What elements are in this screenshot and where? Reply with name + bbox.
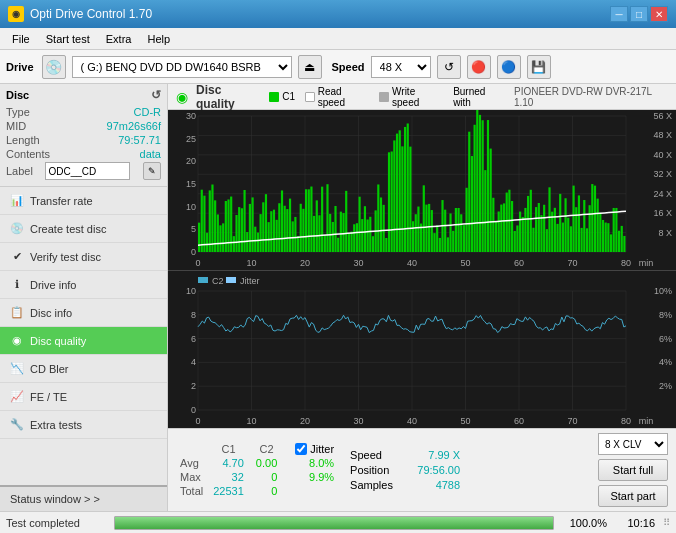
legend-write-dot bbox=[379, 92, 389, 102]
start-part-button[interactable]: Start part bbox=[598, 485, 668, 507]
position-value: 79:56.00 bbox=[417, 464, 460, 476]
drive-info-icon: ℹ bbox=[10, 278, 24, 292]
cd-bler-icon: 📉 bbox=[10, 362, 24, 376]
settings-button[interactable]: 🔴 bbox=[467, 55, 491, 79]
stats-max-jitter: 9.9% bbox=[291, 470, 338, 484]
menu-extra[interactable]: Extra bbox=[98, 31, 140, 47]
stats-row: C1 C2 Jitter Avg 4.70 0.00 8.0% Max bbox=[168, 428, 676, 511]
create-test-disc-icon: 💿 bbox=[10, 222, 24, 236]
legend-c1-dot bbox=[269, 92, 279, 102]
charts-area bbox=[168, 110, 676, 428]
sidebar-item-disc-quality[interactable]: ◉ Disc quality bbox=[0, 327, 167, 355]
fe-te-icon: 📈 bbox=[10, 390, 24, 404]
minimize-button[interactable]: ─ bbox=[610, 6, 628, 22]
disc-mid-value: 97m26s66f bbox=[107, 120, 161, 132]
action-area: 8 X CLV Start full Start part bbox=[598, 433, 668, 507]
sidebar-item-extra-tests[interactable]: 🔧 Extra tests bbox=[0, 411, 167, 439]
disc-length-value: 79:57.71 bbox=[118, 134, 161, 146]
speed-position-area: Speed 7.99 X Position 79:56.00 Samples 4… bbox=[350, 449, 460, 491]
progress-percent: 100.0% bbox=[562, 517, 607, 529]
disc-length-label: Length bbox=[6, 134, 40, 146]
sidebar-item-transfer-rate[interactable]: 📊 Transfer rate bbox=[0, 187, 167, 215]
status-window-button[interactable]: Status window > > bbox=[0, 485, 167, 511]
sidebar-item-verify-test-disc[interactable]: ✔ Verify test disc bbox=[0, 243, 167, 271]
drive-label: Drive bbox=[6, 61, 34, 73]
disc-type-label: Type bbox=[6, 106, 30, 118]
stats-avg-label: Avg bbox=[176, 456, 207, 470]
drive-selector[interactable]: ( G:) BENQ DVD DD DW1640 BSRB bbox=[72, 56, 292, 78]
stats-total-jitter bbox=[291, 484, 338, 498]
stats-c2-header: C2 bbox=[250, 442, 283, 456]
stats-total-c1: 22531 bbox=[207, 484, 250, 498]
stats-total-label: Total bbox=[176, 484, 207, 498]
disc-quality-title: Disc quality bbox=[196, 84, 261, 111]
verify-test-disc-label: Verify test disc bbox=[30, 251, 101, 263]
samples-label: Samples bbox=[350, 479, 393, 491]
status-text: Test completed bbox=[6, 517, 106, 529]
menu-file[interactable]: File bbox=[4, 31, 38, 47]
stats-total-c2: 0 bbox=[250, 484, 283, 498]
app-icon: ◉ bbox=[8, 6, 24, 22]
status-window-label: Status window > > bbox=[10, 493, 100, 505]
maximize-button[interactable]: □ bbox=[630, 6, 648, 22]
chart2-canvas bbox=[168, 271, 676, 428]
extra-tests-icon: 🔧 bbox=[10, 418, 24, 432]
disc-mid-label: MID bbox=[6, 120, 26, 132]
transfer-rate-icon: 📊 bbox=[10, 194, 24, 208]
chart-legend: C1 Read speed Write speed Burned with PI… bbox=[269, 86, 668, 108]
disc-refresh-icon[interactable]: ↺ bbox=[151, 88, 161, 102]
sidebar-nav: 📊 Transfer rate 💿 Create test disc ✔ Ver… bbox=[0, 187, 167, 485]
drive-info-label: Drive info bbox=[30, 279, 76, 291]
fe-te-label: FE / TE bbox=[30, 391, 67, 403]
sidebar-item-fe-te[interactable]: 📈 FE / TE bbox=[0, 383, 167, 411]
resize-handle[interactable]: ⠿ bbox=[663, 517, 670, 528]
jitter-checkbox[interactable] bbox=[295, 443, 307, 455]
disc-info-icon: 📋 bbox=[10, 306, 24, 320]
sidebar-item-disc-info[interactable]: 📋 Disc info bbox=[0, 299, 167, 327]
stats-avg-jitter: 8.0% bbox=[291, 456, 338, 470]
refresh-button[interactable]: ↺ bbox=[437, 55, 461, 79]
cd-bler-label: CD Bler bbox=[30, 363, 69, 375]
legend-c1-label: C1 bbox=[282, 91, 295, 102]
sidebar-item-create-test-disc[interactable]: 💿 Create test disc bbox=[0, 215, 167, 243]
verify-test-disc-icon: ✔ bbox=[10, 250, 24, 264]
extra-tests-label: Extra tests bbox=[30, 419, 82, 431]
disc-label-input[interactable] bbox=[45, 162, 130, 180]
right-panel: ◉ Disc quality C1 Read speed Write speed… bbox=[168, 84, 676, 511]
speed-selector[interactable]: 48 X bbox=[371, 56, 431, 78]
disc-label-label: Label bbox=[6, 165, 33, 177]
legend-c1: C1 bbox=[269, 91, 295, 102]
status-time: 10:16 bbox=[615, 517, 655, 529]
legend-read-label: Read speed bbox=[318, 86, 370, 108]
color-button[interactable]: 🔵 bbox=[497, 55, 521, 79]
close-button[interactable]: ✕ bbox=[650, 6, 668, 22]
eject-button[interactable]: ⏏ bbox=[298, 55, 322, 79]
disc-label-edit-btn[interactable]: ✎ bbox=[143, 162, 161, 180]
main-area: Disc ↺ Type CD-R MID 97m26s66f Length 79… bbox=[0, 84, 676, 511]
sidebar-item-cd-bler[interactable]: 📉 CD Bler bbox=[0, 355, 167, 383]
disc-contents-value: data bbox=[140, 148, 161, 160]
stats-avg-c2: 0.00 bbox=[250, 456, 283, 470]
title-bar: ◉ Opti Drive Control 1.70 ─ □ ✕ bbox=[0, 0, 676, 28]
jitter-label: Jitter bbox=[310, 443, 334, 455]
menu-bar: File Start test Extra Help bbox=[0, 28, 676, 50]
disc-quality-icon: ◉ bbox=[10, 334, 24, 348]
samples-value: 4788 bbox=[436, 479, 460, 491]
drive-icon: 💿 bbox=[42, 55, 66, 79]
menu-help[interactable]: Help bbox=[139, 31, 178, 47]
save-button[interactable]: 💾 bbox=[527, 55, 551, 79]
sidebar: Disc ↺ Type CD-R MID 97m26s66f Length 79… bbox=[0, 84, 168, 511]
legend-read-dot bbox=[305, 92, 315, 102]
toolbar: Drive 💿 ( G:) BENQ DVD DD DW1640 BSRB ⏏ … bbox=[0, 50, 676, 84]
app-title: Opti Drive Control 1.70 bbox=[30, 7, 152, 21]
stats-table: C1 C2 Jitter Avg 4.70 0.00 8.0% Max bbox=[176, 442, 338, 498]
speed-label: Speed bbox=[332, 61, 365, 73]
menu-start-test[interactable]: Start test bbox=[38, 31, 98, 47]
stats-max-c2: 0 bbox=[250, 470, 283, 484]
speed-value: 7.99 X bbox=[428, 449, 460, 461]
speed-mode-select[interactable]: 8 X CLV bbox=[598, 433, 668, 455]
legend-write-label: Write speed bbox=[392, 86, 443, 108]
legend-burned-with: Burned with bbox=[453, 86, 504, 108]
start-full-button[interactable]: Start full bbox=[598, 459, 668, 481]
sidebar-item-drive-info[interactable]: ℹ Drive info bbox=[0, 271, 167, 299]
